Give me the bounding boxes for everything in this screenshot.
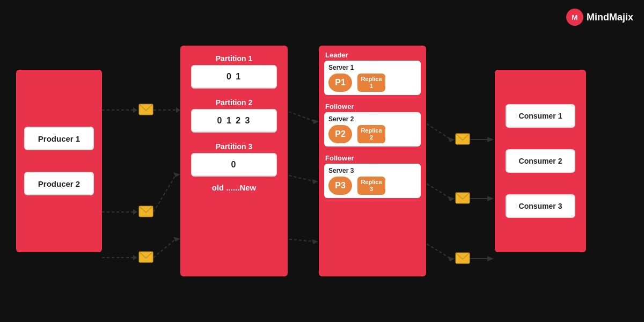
svg-line-20 (423, 121, 451, 140)
producer-2-box: Producer 2 (24, 172, 94, 195)
server-3-inner: Server 3 P3 Replica3 (324, 164, 421, 198)
envelope-c2 (455, 192, 470, 206)
partition-3-box: 0 (191, 153, 277, 177)
producers-panel: Producer 1 Producer 2 (16, 70, 102, 252)
svg-marker-3 (133, 107, 137, 113)
p1-badge: P1 (328, 74, 352, 92)
partition-1-label: Partition 1 (216, 54, 252, 63)
replica-1-badge: Replica1 (357, 74, 385, 92)
svg-marker-17 (312, 179, 318, 184)
server-2-row: P2 Replica2 (328, 125, 416, 143)
main-diagram: Producer 1 Producer 2 (16, 27, 628, 295)
consumer-1-box: Consumer 1 (506, 104, 575, 128)
server-2-name: Server 2 (328, 115, 416, 123)
envelope-3 (138, 251, 153, 265)
svg-line-24 (423, 181, 451, 199)
svg-marker-21 (448, 137, 455, 142)
servers-panel: Leader Server 1 P1 Replica1 Follower Ser… (319, 46, 426, 276)
svg-marker-27 (487, 196, 494, 201)
p3-badge: P3 (328, 177, 352, 195)
svg-marker-31 (487, 256, 494, 261)
server-3-section: Follower Server 3 P3 Replica3 (324, 154, 421, 198)
svg-marker-7 (133, 255, 137, 260)
svg-marker-23 (487, 137, 494, 142)
svg-line-28 (423, 241, 451, 259)
svg-line-12 (153, 239, 176, 258)
svg-text:M: M (572, 13, 578, 21)
server-1-section: Leader Server 1 P1 Replica1 (324, 51, 421, 95)
svg-marker-5 (133, 209, 137, 215)
partition-1-group: Partition 1 0 1 (191, 54, 277, 89)
partition-3-label: Partition 3 (216, 142, 252, 151)
partitions-panel: Partition 1 0 1 Partition 2 0 1 2 3 Part… (180, 46, 288, 276)
svg-line-16 (284, 174, 314, 181)
svg-marker-13 (173, 237, 180, 241)
envelope-c3 (455, 252, 470, 266)
producer-1-box: Producer 1 (24, 127, 94, 150)
envelope-2 (138, 206, 153, 219)
consumer-3-box: Consumer 3 (506, 194, 575, 218)
server-1-inner: Server 1 P1 Replica1 (324, 61, 421, 95)
envelope-c1 (455, 133, 470, 147)
server-3-row: P3 Replica3 (328, 177, 416, 195)
server-1-row: P1 Replica1 (328, 74, 416, 92)
envelope-1 (138, 104, 153, 118)
svg-marker-15 (312, 119, 319, 124)
partition-2-box: 0 1 2 3 (191, 109, 277, 133)
svg-line-18 (284, 239, 314, 241)
p2-badge: P2 (328, 125, 352, 143)
old-new-label: old ......New (212, 183, 257, 192)
consumers-panel: Consumer 1 Consumer 2 Consumer 3 (495, 70, 586, 252)
diagram-container: M MindMajix (0, 0, 644, 322)
replica-3-badge: Replica3 (357, 177, 385, 195)
svg-marker-29 (448, 257, 455, 261)
consumer-2-box: Consumer 2 (506, 149, 575, 173)
svg-marker-25 (448, 196, 455, 201)
partition-2-label: Partition 2 (216, 98, 252, 107)
replica-2-badge: Replica2 (357, 125, 385, 143)
server-2-inner: Server 2 P2 Replica2 (324, 112, 421, 147)
svg-marker-11 (173, 172, 180, 177)
partition-3-group: Partition 3 0 (191, 142, 277, 177)
server-3-section-label: Follower (324, 154, 421, 162)
svg-line-14 (284, 110, 314, 121)
partition-1-box: 0 1 (191, 65, 277, 89)
svg-line-10 (153, 174, 176, 212)
server-2-section-label: Follower (324, 103, 421, 111)
svg-marker-19 (312, 239, 318, 244)
svg-marker-9 (176, 107, 180, 113)
server-2-section: Follower Server 2 P2 Replica2 (324, 103, 421, 147)
server-3-name: Server 3 (328, 167, 416, 174)
server-1-section-label: Leader (324, 51, 421, 59)
partition-2-group: Partition 2 0 1 2 3 (191, 98, 277, 133)
server-1-name: Server 1 (328, 64, 416, 71)
logo-icon: M (566, 9, 583, 26)
logo: M MindMajix (566, 9, 633, 26)
logo-text: MindMajix (587, 12, 633, 23)
